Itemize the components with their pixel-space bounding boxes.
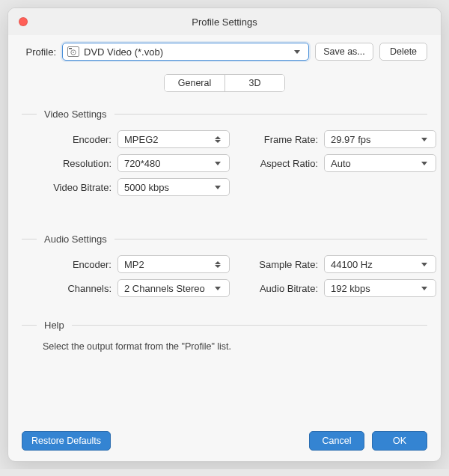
video-encoder-label: Encoder: [22,134,112,145]
footer: Restore Defaults Cancel OK [8,424,441,461]
ok-button[interactable]: OK [372,431,427,451]
resolution-value: 720*480 [124,158,160,169]
profile-select[interactable]: DVD Video (*.vob) [62,43,309,61]
video-encoder-select[interactable]: MPEG2 [117,130,230,148]
audio-bitrate-label: Audio Bitrate: [236,283,318,294]
aspect-value: Auto [331,158,351,169]
help-legend-row: Help [22,320,427,331]
audio-legend-row: Audio Settings [22,234,427,245]
framerate-label: Frame Rate: [236,134,318,145]
profile-settings-window: Profile Settings Profile: DVD Video (*.v… [7,7,442,462]
help-legend: Help [44,320,64,331]
video-legend: Video Settings [44,109,107,120]
dvd-icon [67,46,79,57]
tab-3d[interactable]: 3D [224,75,284,91]
tabs: General 3D [22,74,427,92]
content-area: Profile: DVD Video (*.vob) Save as... De… [8,35,441,424]
cancel-button[interactable]: Cancel [309,431,364,451]
help-text: Select the output format from the "Profi… [22,341,427,352]
audio-bitrate-select[interactable]: 192 kbps [324,279,436,297]
chevron-down-icon [213,283,223,293]
save-as-button[interactable]: Save as... [315,43,373,61]
svg-rect-3 [69,48,72,49]
audio-encoder-label: Encoder: [22,259,112,270]
chevron-down-icon [213,182,223,192]
profile-label: Profile: [22,46,56,58]
chevron-down-icon [419,134,430,144]
profile-row: Profile: DVD Video (*.vob) Save as... De… [22,43,427,61]
channels-value: 2 Channels Stereo [124,283,205,294]
svg-point-2 [73,52,74,53]
audio-grid: Encoder: MP2 Sample Rate: 44100 Hz Chann… [22,255,427,297]
titlebar: Profile Settings [8,8,441,35]
framerate-select[interactable]: 29.97 fps [324,130,436,148]
samplerate-label: Sample Rate: [236,259,318,270]
video-legend-row: Video Settings [22,109,427,120]
save-as-label: Save as... [323,46,365,57]
channels-select[interactable]: 2 Channels Stereo [117,279,230,297]
delete-button[interactable]: Delete [379,43,427,61]
chevron-down-icon [419,259,430,269]
audio-encoder-value: MP2 [124,259,144,270]
restore-defaults-button[interactable]: Restore Defaults [22,431,111,451]
chevron-down-icon [419,158,430,168]
tab-segment: General 3D [164,74,285,92]
delete-label: Delete [390,46,417,57]
chevron-down-icon [213,158,223,168]
ok-label: OK [393,436,406,446]
updown-icon [213,136,223,143]
audio-settings-fieldset: Audio Settings Encoder: MP2 Sample Rate:… [22,234,427,297]
updown-icon [213,261,223,268]
video-settings-fieldset: Video Settings Encoder: MPEG2 Frame Rate… [22,109,427,196]
video-bitrate-select[interactable]: 5000 kbps [117,178,230,196]
profile-select-value: DVD Video (*.vob) [84,46,287,58]
help-fieldset: Help Select the output format from the "… [22,320,427,352]
audio-bitrate-value: 192 kbps [331,283,370,294]
framerate-value: 29.97 fps [331,134,371,145]
audio-encoder-select[interactable]: MP2 [117,255,230,273]
video-encoder-value: MPEG2 [124,134,159,145]
close-icon[interactable] [19,17,28,26]
restore-label: Restore Defaults [31,436,101,446]
samplerate-select[interactable]: 44100 Hz [324,255,436,273]
window-title: Profile Settings [192,16,257,28]
channels-label: Channels: [22,283,112,294]
samplerate-value: 44100 Hz [331,259,373,270]
resolution-label: Resolution: [22,158,112,169]
audio-legend: Audio Settings [44,234,107,245]
chevron-down-icon [292,46,302,57]
video-bitrate-value: 5000 kbps [124,182,169,193]
tab-general[interactable]: General [165,75,224,91]
video-grid: Encoder: MPEG2 Frame Rate: 29.97 fps Res… [22,130,427,196]
chevron-down-icon [419,283,430,293]
resolution-select[interactable]: 720*480 [117,154,230,172]
cancel-label: Cancel [323,436,352,446]
aspect-label: Aspect Ratio: [236,158,318,169]
tab-3d-label: 3D [249,78,261,88]
aspect-select[interactable]: Auto [324,154,436,172]
video-bitrate-label: Video Bitrate: [22,182,112,193]
tab-general-label: General [178,78,211,88]
